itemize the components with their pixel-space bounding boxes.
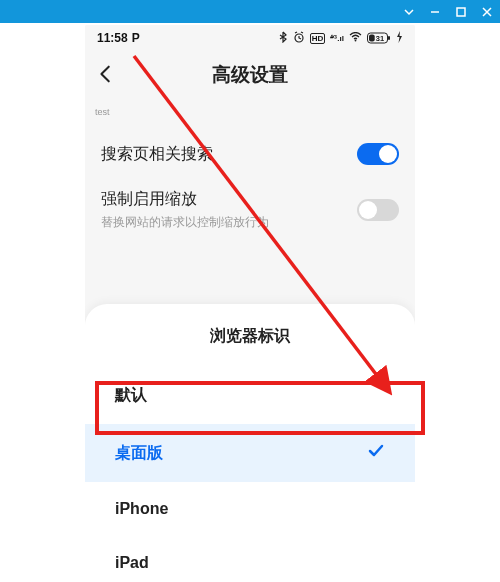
hd-icon: HD — [310, 33, 326, 44]
test-label: test — [95, 107, 110, 117]
settings-list: 搜索页相关搜索 强制启用缩放 替换网站的请求以控制缩放行为 — [85, 131, 415, 243]
sheet-item-ipad[interactable]: iPad — [85, 536, 415, 580]
sheet-item-label: iPad — [115, 554, 149, 572]
status-left: 11:58 P — [97, 31, 140, 45]
window-maximize-button[interactable] — [454, 5, 468, 19]
signal-icon: ⁴ᴳ.ıl — [330, 34, 344, 43]
check-icon — [367, 442, 385, 464]
toggle-force-zoom[interactable] — [357, 199, 399, 221]
setting-subtitle: 替换网站的请求以控制缩放行为 — [101, 214, 269, 231]
setting-title: 强制启用缩放 — [101, 189, 269, 210]
window-dropdown-button[interactable] — [402, 5, 416, 19]
bottom-sheet: 浏览器标识 默认 桌面版 iPhone iPad — [85, 304, 415, 580]
svg-rect-6 — [369, 35, 375, 42]
window-close-button[interactable] — [480, 5, 494, 19]
sheet-backdrop[interactable]: 浏览器标识 默认 桌面版 iPhone iPad — [85, 250, 415, 580]
status-bar: 11:58 P HD ⁴ᴳ.ıl — [85, 25, 415, 51]
sheet-item-label: 桌面版 — [115, 443, 163, 464]
setting-row-force-zoom[interactable]: 强制启用缩放 替换网站的请求以控制缩放行为 — [85, 177, 415, 243]
phone-screen: 11:58 P HD ⁴ᴳ.ıl — [85, 25, 415, 580]
alarm-icon — [293, 31, 305, 46]
battery-icon: 31 — [367, 32, 391, 44]
content-area: 11:58 P HD ⁴ᴳ.ıl — [0, 23, 500, 582]
svg-rect-5 — [388, 36, 390, 40]
sheet-title: 浏览器标识 — [85, 326, 415, 347]
svg-text:31: 31 — [376, 34, 384, 43]
window-minimize-button[interactable] — [428, 5, 442, 19]
sheet-item-desktop[interactable]: 桌面版 — [85, 424, 415, 482]
sheet-item-default[interactable]: 默认 — [85, 367, 415, 424]
bluetooth-icon — [278, 31, 288, 46]
svg-rect-1 — [457, 8, 465, 16]
status-indicator: P — [132, 31, 140, 45]
page-title: 高级设置 — [85, 62, 415, 88]
status-right: HD ⁴ᴳ.ıl 31 — [278, 31, 403, 46]
sheet-item-iphone[interactable]: iPhone — [85, 482, 415, 536]
back-button[interactable] — [95, 63, 119, 87]
status-time: 11:58 — [97, 31, 128, 45]
setting-row-related-search[interactable]: 搜索页相关搜索 — [85, 131, 415, 177]
setting-title: 搜索页相关搜索 — [101, 144, 213, 165]
svg-point-3 — [355, 40, 357, 42]
wifi-icon — [349, 31, 362, 45]
charging-icon — [396, 31, 403, 46]
toggle-related-search[interactable] — [357, 143, 399, 165]
page-header: 高级设置 — [85, 51, 415, 99]
sheet-item-label: iPhone — [115, 500, 168, 518]
host-window: 11:58 P HD ⁴ᴳ.ıl — [0, 0, 500, 582]
sheet-item-label: 默认 — [115, 385, 147, 406]
window-titlebar — [0, 0, 500, 23]
